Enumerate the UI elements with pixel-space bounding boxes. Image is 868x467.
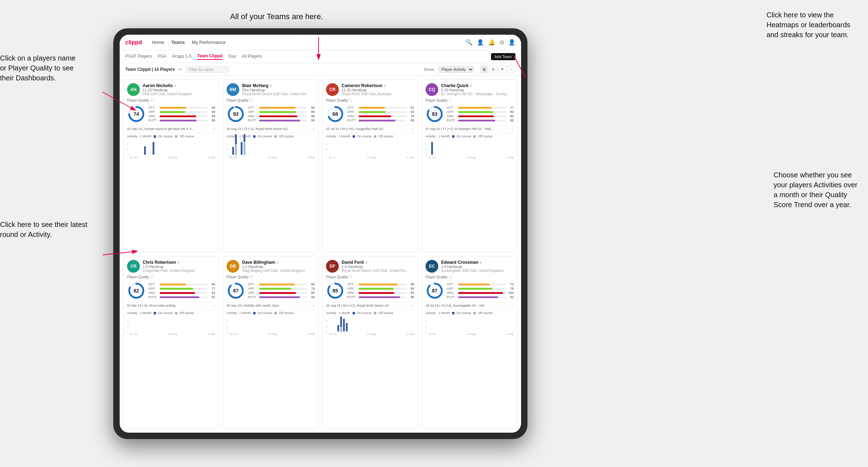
putt-value: 94 [308, 295, 315, 299]
info-icon[interactable]: ⓘ [349, 98, 352, 103]
nav-home[interactable]: Home [152, 40, 164, 45]
chart-label-end: 4 Sep [407, 332, 414, 336]
stats-col: OTT 60 APP 77 ARG [148, 283, 215, 299]
latest-round-annotation: Click here to see their latestround or A… [0, 220, 87, 239]
info-icon[interactable]: ⓘ [349, 275, 352, 279]
team-title: Team Clippd | 14 Players [125, 67, 175, 72]
arg-bar-wrap [458, 292, 506, 294]
player-info: Aaron Nicholls ✓ 11-15 Handicap Drift Go… [143, 83, 215, 96]
app-bar [359, 288, 394, 290]
subnav-teamclippd[interactable]: Team Clippd [197, 53, 222, 60]
subnav-pga[interactable]: PGA [158, 54, 166, 59]
chart-label-start: 31 Jul [329, 332, 336, 336]
oncourse-legend [154, 312, 156, 314]
round-arrow[interactable]: → [312, 304, 315, 307]
last-round[interactable]: 03 Mar 23 | 19, Must make putting → [127, 302, 215, 307]
profile-icon[interactable]: 👤 [477, 39, 484, 46]
list-view-icon[interactable]: ⊞ [489, 66, 497, 73]
subnav-tour[interactable]: Tour [228, 54, 236, 59]
quality-row[interactable]: 68 OTT 61 APP 63 ARG [326, 105, 414, 123]
info-icon[interactable]: ⓘ [250, 275, 253, 279]
arg-label: ARG [148, 114, 158, 118]
search-icon[interactable]: 🔍 [466, 39, 473, 46]
activity-header: Activity · 1 Month On course Off course [426, 311, 514, 315]
subnav-hcaps[interactable]: Hcaps 1-5 [172, 54, 192, 59]
chart-label-mid: 21 Aug [168, 332, 177, 336]
round-arrow[interactable]: → [212, 127, 215, 131]
stat-arg: ARG 75 [347, 114, 414, 118]
round-arrow[interactable]: → [510, 304, 514, 307]
quality-row[interactable]: 85 OTT 89 APP 80 ARG [326, 281, 414, 300]
oncourse-label: On course [457, 311, 472, 315]
round-arrow[interactable]: → [411, 127, 414, 131]
last-round[interactable]: 02 Sep 23 | Sunset round to get back int… [127, 125, 215, 131]
quality-label: Player Quality ⓘ [227, 275, 315, 279]
player-name[interactable]: Blair McHarg ✓ [242, 83, 315, 88]
arg-label: ARG [347, 114, 357, 118]
last-round[interactable]: 02 Jul 23 | 59 (+15), Craigmillar Park G… [326, 125, 414, 131]
add-team-button[interactable]: Add Team [491, 53, 515, 60]
edit-icon[interactable]: ✏ [179, 67, 182, 72]
settings-icon[interactable]: ⊙ [499, 39, 504, 46]
last-round[interactable]: 04 Sep 23 | Mobility with coach, Gym → [227, 302, 315, 307]
activity-header: Activity · 1 Month On course Off course [326, 135, 414, 138]
quality-row[interactable]: 87 OTT 73 APP 79 ARG [426, 281, 514, 300]
stats-col: OTT 89 APP 80 ARG [347, 283, 414, 299]
nav-teams[interactable]: Teams [171, 40, 185, 45]
quality-row[interactable]: 74 OTT 60 APP 58 ARG [127, 105, 215, 123]
y-axis: 642 [426, 143, 428, 159]
app-bar [160, 288, 193, 290]
last-round[interactable]: 26 Aug 23 | 84 (+12), Royal North Devon … [326, 302, 414, 307]
notification-icon[interactable]: 🔔 [488, 39, 495, 46]
ott-value: 61 [408, 106, 414, 109]
last-round[interactable]: 26 Aug 23 | 73 (+1), Royal North Devon G… [227, 125, 315, 131]
chart-label-mid: 21 Aug [467, 332, 475, 336]
last-round[interactable]: 07 Aug 23 | 77 (+7), St George's Hill GC… [426, 125, 514, 131]
verified-icon: ✓ [383, 84, 386, 88]
avatar: DB [227, 260, 239, 273]
avatar-icon[interactable]: 👤 [508, 39, 515, 46]
round-arrow[interactable]: → [411, 304, 414, 307]
search-input[interactable]: Filter by name [186, 66, 228, 73]
putt-bar [458, 296, 498, 298]
offcourse-legend [274, 135, 277, 138]
sort-icon[interactable]: ↕ [508, 66, 515, 73]
info-icon[interactable]: ⓘ [449, 98, 452, 103]
show-select[interactable]: Player Activity [438, 66, 474, 73]
grid-view-icon[interactable]: ▦ [480, 66, 488, 73]
activity-section: Activity · 1 Month On course Off course … [127, 133, 215, 159]
quality-row[interactable]: 82 OTT 60 APP 77 ARG [127, 281, 215, 300]
player-name[interactable]: Cameron Robertson ✓ [342, 83, 414, 88]
round-arrow[interactable]: → [510, 127, 514, 131]
nav-performance[interactable]: My Performance [192, 40, 225, 45]
quality-score: 74 [133, 111, 139, 117]
player-name[interactable]: Edward Crossman ✓ [441, 260, 514, 265]
info-icon[interactable]: ⓘ [150, 275, 153, 279]
player-name[interactable]: Dave Billingham ✓ [242, 260, 315, 265]
last-round-text: 02 Jul 23 | 59 (+15), Craigmillar Park G… [326, 127, 384, 131]
quality-row[interactable]: 83 OTT 77 APP 80 ARG [426, 105, 514, 123]
round-arrow[interactable]: → [212, 304, 215, 307]
nav-logo[interactable]: clippd [125, 39, 142, 46]
player-club: St. George's Hill GC - Weybridge - Surre… [441, 92, 514, 96]
quality-row[interactable]: 87 OTT 82 APP 74 ARG [227, 281, 315, 300]
last-round[interactable]: 18 Jul 23 | 74 (+4), Sunningdale GC - Ol… [426, 302, 514, 307]
putt-value: 85 [408, 119, 414, 122]
subnav-pgat[interactable]: PGAT Players [125, 54, 152, 59]
player-name[interactable]: Aaron Nicholls ✓ [143, 83, 215, 88]
round-arrow[interactable]: → [312, 127, 315, 131]
arg-value: 75 [408, 114, 414, 118]
info-icon[interactable]: ⓘ [150, 98, 153, 103]
info-icon[interactable]: ⓘ [449, 275, 452, 279]
player-name[interactable]: Charlie Quick ✓ [441, 83, 514, 88]
player-club: Stag Maging Golf Club, United Kingdom [242, 269, 315, 273]
player-card: DB Dave Billingham ✓ 1-5 Handicap Stag M… [223, 256, 319, 429]
filter-icon[interactable]: ▼ [498, 66, 506, 73]
chart-label-mid: 21 Aug [467, 156, 475, 159]
quality-row[interactable]: 93 OTT 84 APP 85 ARG [227, 105, 315, 123]
subnav-allplayers[interactable]: All Players [242, 54, 262, 59]
player-name[interactable]: Chris Robertson ✓ [143, 260, 215, 265]
info-icon[interactable]: ⓘ [250, 98, 253, 103]
quality-score: 83 [432, 111, 438, 117]
player-name[interactable]: David Ford ✓ [342, 260, 414, 265]
